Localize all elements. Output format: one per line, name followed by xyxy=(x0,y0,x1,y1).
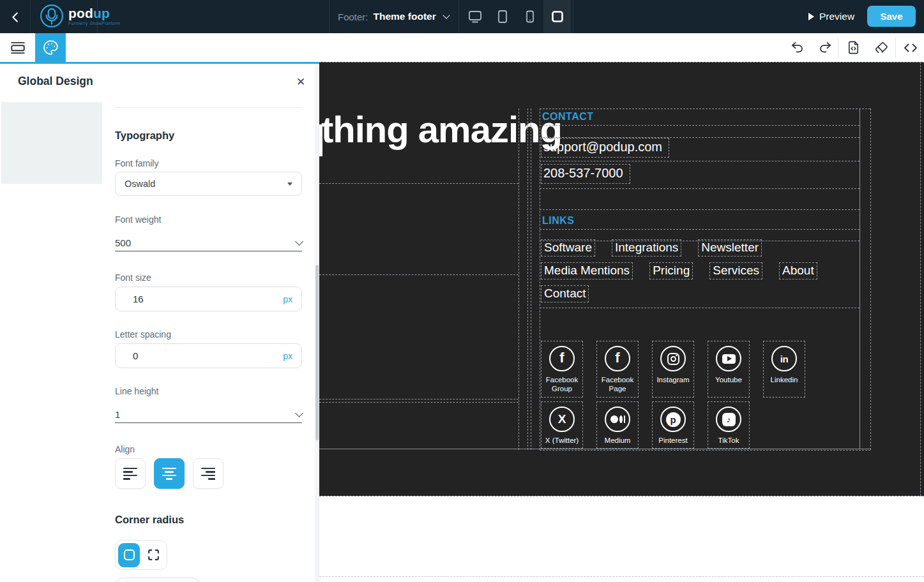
social-facebook-page[interactable]: f Facebook Page xyxy=(596,341,639,398)
custom-code-button[interactable] xyxy=(897,33,924,62)
global-design-button[interactable] xyxy=(35,33,66,62)
social-instagram[interactable]: Instagram xyxy=(652,341,694,398)
contact-phone[interactable]: 208-537-7000 xyxy=(541,164,630,184)
chevron-down-icon xyxy=(295,237,303,246)
social-youtube[interactable]: Youtube xyxy=(708,341,750,398)
links-heading[interactable]: LINKS xyxy=(542,215,575,227)
social-medium[interactable]: Medium xyxy=(596,401,639,449)
sections-icon xyxy=(10,40,26,56)
column-outline xyxy=(531,108,531,450)
mobile-icon xyxy=(522,9,538,24)
column-outline xyxy=(870,108,871,450)
row-outline xyxy=(540,209,860,210)
align-left-button[interactable] xyxy=(115,458,146,489)
social-linkedin[interactable]: in Linkedin xyxy=(763,341,805,398)
tablet-icon xyxy=(495,9,510,24)
footer-link[interactable]: Services xyxy=(709,262,762,280)
x-twitter-icon: X xyxy=(549,407,575,432)
file-code-icon xyxy=(846,40,861,55)
page-code-button[interactable] xyxy=(839,33,867,62)
fullwidth-icon xyxy=(550,9,565,24)
footer-link[interactable]: Software xyxy=(541,239,595,257)
sections-panel-button[interactable] xyxy=(5,33,31,62)
device-desktop-button[interactable] xyxy=(461,0,489,33)
footer-link[interactable]: Newsletter xyxy=(698,239,762,257)
letter-spacing-input[interactable]: 0 px xyxy=(115,343,302,368)
column-outline xyxy=(519,108,519,450)
contact-heading[interactable]: CONTACT xyxy=(542,111,594,123)
close-icon[interactable]: ✕ xyxy=(292,73,309,90)
save-button[interactable]: Save xyxy=(867,6,916,27)
typography-heading: Typography xyxy=(115,130,174,142)
topbar-separator xyxy=(329,0,329,33)
corner-radius-rounded-button[interactable] xyxy=(118,543,140,567)
line-height-value: 1 xyxy=(115,409,296,420)
font-family-select[interactable]: Oswald xyxy=(115,172,302,196)
back-button[interactable] xyxy=(6,8,24,26)
block-outline xyxy=(319,402,519,403)
corner-radius-sharp-button[interactable] xyxy=(142,543,164,567)
preview-button[interactable]: Preview xyxy=(808,0,854,33)
align-button-group xyxy=(115,458,223,489)
preview-label: Preview xyxy=(819,11,854,22)
social-icons-row: f Facebook Group f Facebook Page Instagr… xyxy=(541,341,805,398)
chevron-down-icon xyxy=(443,11,450,19)
social-facebook-group[interactable]: f Facebook Group xyxy=(541,341,583,398)
social-pinterest[interactable]: p Pinterest xyxy=(652,401,694,449)
social-label: Facebook Group xyxy=(543,375,581,394)
section-outline xyxy=(319,496,924,496)
letter-spacing-unit: px xyxy=(283,351,292,361)
links-row: Contact xyxy=(541,285,865,302)
row-outline xyxy=(540,229,860,230)
contact-email[interactable]: support@podup.com xyxy=(541,138,669,158)
font-size-input[interactable]: 16 px xyxy=(115,287,302,311)
code-icon xyxy=(903,40,918,56)
font-weight-label: Font weight xyxy=(115,214,161,225)
font-weight-select[interactable]: 500 xyxy=(115,235,302,251)
font-family-label: Font family xyxy=(115,158,158,168)
font-size-unit: px xyxy=(283,294,292,304)
social-label: Pinterest xyxy=(654,436,692,445)
podup-logo[interactable]: podup Formerly ShowPlatform xyxy=(40,4,121,28)
footer-link[interactable]: Media Mentions xyxy=(541,262,633,280)
column-outline xyxy=(540,108,540,450)
rounded-corners-icon xyxy=(124,549,135,560)
footer-heading-partial[interactable]: thing amazing xyxy=(321,108,562,151)
clear-styles-button[interactable] xyxy=(867,33,895,62)
social-label: Medium xyxy=(598,436,637,445)
footer-context-dropdown[interactable]: Footer: Theme footer xyxy=(338,0,449,33)
device-mobile-button[interactable] xyxy=(516,0,543,33)
redo-button[interactable] xyxy=(811,33,839,62)
youtube-icon xyxy=(716,346,741,371)
topbar-separator xyxy=(30,0,31,33)
next-setting-input-partial[interactable] xyxy=(116,578,199,582)
chevron-left-icon xyxy=(8,10,22,24)
social-x-twitter[interactable]: X X (Twitter) xyxy=(541,401,583,449)
instagram-icon xyxy=(660,346,686,371)
line-height-select[interactable]: 1 xyxy=(115,407,302,423)
social-label: Facebook Page xyxy=(598,375,637,394)
desktop-icon xyxy=(467,9,483,24)
undo-button[interactable] xyxy=(783,33,811,62)
device-fullwidth-button[interactable] xyxy=(543,0,571,33)
social-icons-row: X X (Twitter) Medium p Pinterest ♪ TikTo… xyxy=(541,401,750,449)
row-outline xyxy=(540,188,860,189)
footer-link[interactable]: Pricing xyxy=(649,262,693,280)
section-outline xyxy=(319,576,924,577)
redo-icon xyxy=(818,40,833,55)
topbar-separator xyxy=(573,0,573,33)
footer-link[interactable]: About xyxy=(779,262,817,280)
align-center-button[interactable] xyxy=(154,458,185,489)
footer-link[interactable]: Integrations xyxy=(612,239,681,257)
podup-wordmark: podup Formerly ShowPlatform xyxy=(68,6,121,26)
social-tiktok[interactable]: ♪ TikTok xyxy=(708,401,750,449)
footer-link[interactable]: Contact xyxy=(541,285,589,302)
align-right-button[interactable] xyxy=(193,458,223,489)
toolbar-separator xyxy=(895,37,896,57)
panel-scrollbar-thumb[interactable] xyxy=(315,265,319,440)
page-builder-app: podup Formerly ShowPlatform Footer: Them… xyxy=(0,0,924,582)
device-preview-switcher xyxy=(461,0,571,33)
device-tablet-button[interactable] xyxy=(489,0,516,33)
tiktok-icon: ♪ xyxy=(716,407,741,432)
align-center-icon xyxy=(162,468,176,480)
